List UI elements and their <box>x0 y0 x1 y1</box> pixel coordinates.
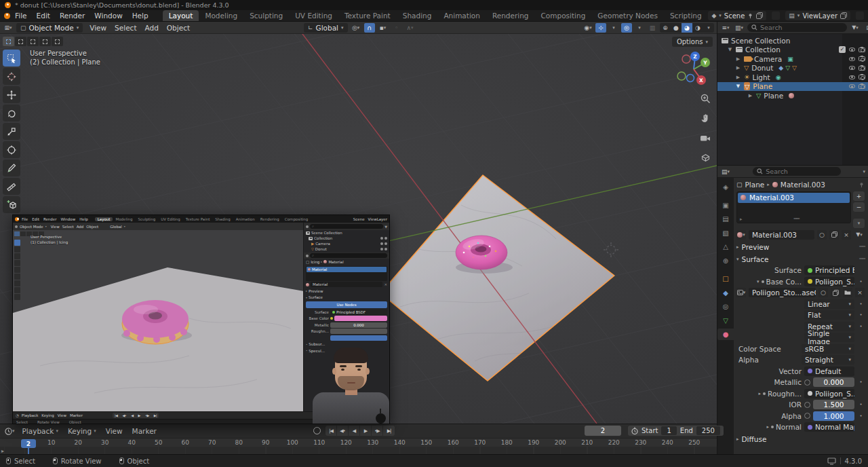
decorator-dot-icon[interactable]: • <box>857 312 865 318</box>
eye-icon[interactable] <box>849 57 855 61</box>
scene-selector[interactable]: ◆ ▾ Scene <box>708 11 766 20</box>
socket-icon[interactable] <box>804 402 810 408</box>
expand-icon[interactable]: ▼ <box>735 83 741 89</box>
vector-button[interactable]: Default <box>804 367 854 376</box>
normal-map-button[interactable]: Normal Map <box>804 422 854 432</box>
viewport-menu-item[interactable]: Object <box>163 24 194 32</box>
gizmo-negx-ball[interactable] <box>682 55 690 63</box>
viewport-menu-item[interactable]: View <box>85 24 111 32</box>
outliner-row-scene-collection[interactable]: Scene Collection <box>717 36 868 45</box>
jump-to-start-button[interactable]: |◀ <box>326 426 337 436</box>
alpha-slider[interactable]: 1.000 <box>813 411 854 421</box>
material-filter-button[interactable]: ▼▾ <box>854 230 865 240</box>
remove-viewlayer-button[interactable] <box>856 12 864 20</box>
color-space-dropdown[interactable]: sRGB▾ <box>802 344 854 354</box>
select-circle-button[interactable] <box>27 37 39 46</box>
tab-object-data[interactable]: ▽ <box>717 315 734 326</box>
diffuse-section[interactable]: ▸ Diffuse <box>736 434 865 445</box>
play-reverse-button[interactable]: ◀ <box>349 426 360 436</box>
shading-rendered-button[interactable]: ◑ <box>692 23 703 33</box>
metallic-slider[interactable]: 0.000 <box>813 377 854 387</box>
jump-to-end-button[interactable]: ▶| <box>383 426 395 436</box>
prev-keyframe-button[interactable]: ◀• <box>337 426 349 436</box>
outliner-search-input[interactable] <box>760 24 843 31</box>
decorator-dot-icon[interactable]: • <box>857 413 865 419</box>
render-visibility-icon[interactable] <box>859 48 865 52</box>
expand-icon[interactable]: ▶ <box>735 75 741 80</box>
render-visibility-icon[interactable] <box>859 75 865 79</box>
surface-shader-button[interactable]: Principled BSDF <box>804 265 854 275</box>
properties-search[interactable] <box>753 167 841 176</box>
tool-scale[interactable] <box>3 123 20 140</box>
outliner-row-camera[interactable]: ▶ Camera ▣ <box>717 54 868 64</box>
tool-move[interactable] <box>3 86 20 103</box>
perspective-toggle-button[interactable] <box>699 151 711 164</box>
menu-item[interactable]: Render <box>55 10 90 21</box>
fake-user-button[interactable]: ○ <box>818 288 828 297</box>
workspace-tab[interactable]: Sculpting <box>243 10 289 21</box>
gizmos-dropdown[interactable]: ▾ <box>608 23 619 33</box>
select-mode-extra-button[interactable] <box>52 37 63 46</box>
base-color-texture-button[interactable]: Poliigon_S...eColor.jpg <box>804 277 854 286</box>
fake-user-button[interactable]: ○ <box>817 230 827 240</box>
timeline-menu-item[interactable]: Playback <box>18 427 63 435</box>
decorator-dot-icon[interactable]: • <box>857 279 865 284</box>
interpolation-dropdown[interactable]: Linear▾ <box>804 299 854 309</box>
outliner-row-plane-selected[interactable]: ▼ ▽ Plane <box>717 82 868 92</box>
chevron-right-icon[interactable]: ▸ <box>759 391 762 396</box>
pin-icon[interactable] <box>747 13 753 19</box>
overlays-toggle[interactable]: ◎ <box>621 23 632 33</box>
auto-keying-toggle[interactable] <box>313 427 321 434</box>
tool-annotate[interactable] <box>3 160 20 176</box>
alpha-mode-dropdown[interactable]: Straight▾ <box>802 355 854 365</box>
slot-resize-grip[interactable]: ══ <box>794 216 800 222</box>
expand-icon[interactable]: ▼ <box>727 47 733 52</box>
unlink-image-button[interactable]: × <box>855 288 865 297</box>
pivot-point-button[interactable]: ◎▾ <box>351 23 361 33</box>
shading-solid-button[interactable]: ● <box>671 23 682 33</box>
collection-checkbox[interactable]: ✓ <box>839 46 846 53</box>
outliner-display-mode-button[interactable]: ▥▾ <box>734 23 745 33</box>
keyframe-band[interactable] <box>0 447 717 454</box>
tab-modifiers[interactable]: ◆ <box>717 287 734 299</box>
slot-specials-button[interactable]: ▾ <box>853 219 865 228</box>
tab-scene[interactable]: △ <box>717 241 734 253</box>
tab-view-layer[interactable]: ▧ <box>717 227 734 239</box>
projection-dropdown[interactable]: Flat▾ <box>804 310 854 320</box>
new-image-button[interactable] <box>831 288 840 297</box>
viewport-menu-item[interactable]: Select <box>111 24 140 32</box>
menu-item[interactable]: Edit <box>32 10 55 21</box>
workspace-tab[interactable]: Layout <box>163 10 199 21</box>
next-keyframe-button[interactable]: •▶ <box>372 426 383 436</box>
browse-image-button[interactable]: ▾ <box>736 288 746 297</box>
tool-measure[interactable] <box>3 178 20 195</box>
workspace-tab[interactable]: Modeling <box>199 10 243 21</box>
expand-icon[interactable]: ▶ <box>735 56 741 62</box>
outliner-row-collection[interactable]: ▼ Collection ✓ <box>717 45 868 55</box>
slot-expand-icon[interactable]: ▸ <box>740 217 743 222</box>
tab-world[interactable]: ⊕ <box>717 255 734 267</box>
workspace-tab[interactable]: Rendering <box>486 10 535 21</box>
menu-item[interactable]: File <box>10 10 32 21</box>
eye-icon[interactable] <box>849 66 855 70</box>
select-tweak-button[interactable] <box>3 37 14 46</box>
outliner-row-donut[interactable]: ▶ ▽ Donut ◆ ▽ ▽ <box>717 64 868 73</box>
material-slot-selected[interactable]: Material.003 <box>738 193 850 203</box>
workspace-tab[interactable]: UV Editing <box>289 10 338 21</box>
zoom-button[interactable] <box>699 92 711 105</box>
tool-rotate[interactable] <box>3 105 20 122</box>
snap-toggle[interactable]: ∩ <box>364 23 375 33</box>
material-slot-list[interactable]: Material.003 ▸ ══ <box>736 191 851 223</box>
shading-dropdown[interactable]: ▾ <box>703 23 714 33</box>
xray-toggle[interactable]: ▥ <box>647 23 658 33</box>
tab-tool[interactable]: ◈ <box>717 181 734 193</box>
tab-render[interactable]: ▣ <box>717 200 734 211</box>
outliner-search[interactable] <box>747 23 847 32</box>
surface-section[interactable]: ▾ Surface ══ <box>736 254 865 264</box>
roughness-texture-button[interactable]: Poliigon_S...ghness.jpg <box>804 389 854 398</box>
start-frame-field[interactable]: 1 <box>661 426 676 435</box>
proportional-falloff-button[interactable]: ∧▾ <box>405 23 416 33</box>
viewlayer-selector[interactable]: ▤ ▾ ViewLayer <box>785 11 850 20</box>
tool-add-cube[interactable] <box>3 196 20 213</box>
tab-physics[interactable]: ◎ <box>717 301 734 312</box>
